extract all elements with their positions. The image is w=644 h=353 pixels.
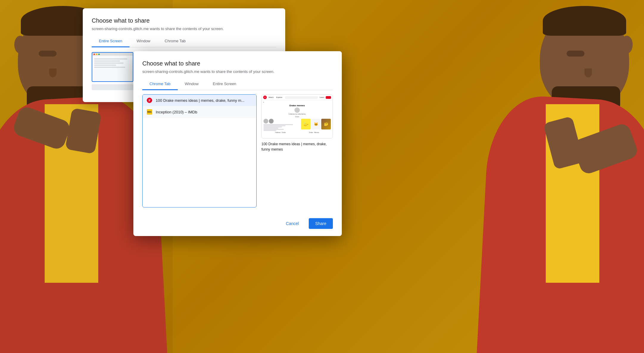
fg-dialog-title: Choose what to share bbox=[142, 60, 333, 67]
chrome-tabs-list: P 100 Drake memes ideas | memes, drake, … bbox=[142, 94, 257, 207]
bg-dialog-title: Choose what to share bbox=[92, 17, 276, 24]
preview-thumbnail: P Watch Explore Learn ‹ Drake memes Coll… bbox=[261, 94, 333, 138]
tab-content-area: P 100 Drake memes ideas | memes, drake, … bbox=[142, 94, 333, 207]
cancel-button[interactable]: Cancel bbox=[279, 218, 306, 229]
pinterest-favicon: P bbox=[147, 98, 152, 103]
preview-panel: P Watch Explore Learn ‹ Drake memes Coll… bbox=[261, 94, 333, 207]
bg-tab-window[interactable]: Window bbox=[130, 36, 158, 47]
preview-title: 100 Drake memes ideas | memes, drake, fu… bbox=[261, 141, 333, 152]
button-row: Cancel Share bbox=[142, 213, 333, 229]
imdb-tab-title: Inception (2010) – IMDb bbox=[156, 110, 197, 114]
fg-tab-chrome[interactable]: Chrome Tab bbox=[142, 79, 178, 90]
bg-tabs: Entire Screen Window Chrome Tab bbox=[92, 36, 276, 47]
imdb-favicon: IMDb bbox=[147, 109, 152, 115]
drake-right-figure bbox=[459, 0, 644, 353]
bg-tab-chrome[interactable]: Chrome Tab bbox=[158, 36, 193, 47]
dialog-foreground: Choose what to share screen-sharing-cont… bbox=[133, 51, 342, 236]
share-button[interactable]: Share bbox=[309, 218, 333, 229]
bg-tab-entire-screen[interactable]: Entire Screen bbox=[92, 36, 130, 47]
tab-item-imdb[interactable]: IMDb Inception (2010) – IMDb bbox=[143, 106, 256, 118]
fg-tab-window[interactable]: Window bbox=[178, 79, 206, 90]
fg-tab-entire-screen[interactable]: Entire Screen bbox=[206, 79, 244, 90]
pinterest-tab-title: 100 Drake memes ideas | memes, drake, fu… bbox=[156, 98, 244, 103]
tab-item-pinterest[interactable]: P 100 Drake memes ideas | memes, drake, … bbox=[143, 95, 256, 106]
bg-dialog-subtitle: screen-sharing-controls.glitch.me wants … bbox=[92, 26, 276, 31]
fg-dialog-subtitle: screen-sharing-controls.glitch.me wants … bbox=[142, 69, 333, 74]
fg-tabs: Chrome Tab Window Entire Screen bbox=[142, 79, 333, 90]
